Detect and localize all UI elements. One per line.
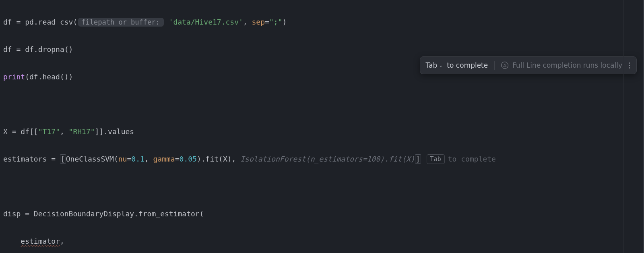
kwarg-token: sep bbox=[252, 18, 265, 26]
ai-completion-icon: △ bbox=[501, 62, 508, 69]
tab-text: Tab bbox=[426, 58, 438, 72]
indent bbox=[3, 237, 21, 245]
code-line[interactable]: estimator, bbox=[3, 234, 641, 248]
token: = bbox=[127, 155, 131, 163]
bracket-token: [ bbox=[60, 154, 66, 164]
code-line[interactable]: estimators = [OneClassSVM(nu=0.1, gamma=… bbox=[3, 152, 641, 166]
token: disp = DecisionBoundaryDisplay.from_esti… bbox=[3, 209, 204, 218]
kebab-menu-icon[interactable] bbox=[626, 61, 632, 70]
code-line[interactable] bbox=[3, 97, 641, 111]
number-token: 0.1 bbox=[131, 155, 144, 163]
error-token: estimator bbox=[21, 237, 60, 245]
parameter-hint: filepath_or_buffer: bbox=[78, 18, 163, 27]
token: = df.dropna() bbox=[12, 45, 73, 54]
string-token: "T17" bbox=[38, 127, 60, 136]
token: df bbox=[3, 45, 12, 54]
token: ) bbox=[282, 18, 287, 26]
builtin-token: print bbox=[3, 73, 25, 81]
token: , bbox=[144, 155, 153, 163]
token: df bbox=[3, 18, 12, 26]
token: ( bbox=[73, 18, 77, 26]
token: OneClassSVM( bbox=[66, 155, 118, 163]
code-line[interactable]: df = df.dropna() bbox=[3, 43, 641, 56]
code-editor[interactable]: df = pd.read_csv(filepath_or_buffer: 'da… bbox=[0, 0, 644, 253]
code-line[interactable]: df = pd.read_csv(filepath_or_buffer: 'da… bbox=[3, 15, 641, 29]
tab-key-label[interactable]: Tab ⌄ bbox=[426, 58, 443, 72]
popup-full-line-label: Full Line completion runs locally bbox=[512, 58, 622, 72]
kwarg-token: nu bbox=[118, 155, 127, 163]
token: . bbox=[34, 18, 38, 26]
token: = bbox=[265, 18, 269, 26]
string-token: "RH17" bbox=[69, 127, 95, 136]
token: estimators = bbox=[3, 155, 60, 163]
kwarg-token: gamma bbox=[153, 155, 175, 163]
hint-text: to complete bbox=[448, 155, 496, 163]
string-token: 'data/Hive17.csv' bbox=[169, 18, 243, 26]
token: = bbox=[175, 155, 180, 163]
token: X = df[[ bbox=[3, 127, 38, 136]
inline-completion-hint: Tabto complete bbox=[427, 155, 496, 163]
string-token: ";" bbox=[269, 18, 283, 26]
tab-key-hint: Tab bbox=[427, 154, 445, 164]
token: , bbox=[243, 18, 252, 26]
token: = bbox=[12, 18, 25, 26]
bracket-token: ] bbox=[415, 154, 421, 164]
editor-guide-line bbox=[623, 0, 624, 253]
code-line[interactable]: disp = DecisionBoundaryDisplay.from_esti… bbox=[3, 207, 641, 221]
token: (df.head()) bbox=[25, 73, 73, 81]
token: ]].values bbox=[95, 127, 134, 136]
ghost-completion: IsolationForest(n_estimators=100).fit(X) bbox=[240, 155, 415, 163]
code-line[interactable] bbox=[3, 180, 641, 193]
code-line[interactable]: X = df[["T17", "RH17"]].values bbox=[3, 125, 641, 139]
token: pd bbox=[25, 18, 34, 26]
popup-complete-label: to complete bbox=[447, 58, 488, 72]
separator bbox=[494, 61, 495, 70]
chevron-down-icon: ⌄ bbox=[439, 58, 443, 72]
token: ).fit(X), bbox=[197, 155, 240, 163]
token: , bbox=[60, 127, 69, 136]
token: read_csv bbox=[38, 18, 73, 26]
completion-hint-popup[interactable]: Tab ⌄ to complete △ Full Line completion… bbox=[420, 56, 637, 74]
token: , bbox=[60, 237, 64, 245]
number-token: 0.05 bbox=[180, 155, 197, 163]
